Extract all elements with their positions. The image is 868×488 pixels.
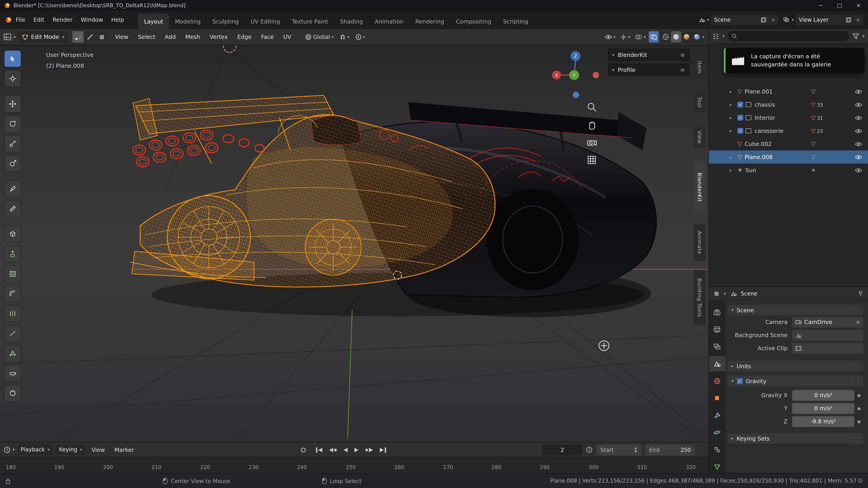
tool-annotate[interactable] (4, 181, 21, 197)
expand-icon[interactable]: ▸ (730, 168, 737, 173)
filter-funnel-icon[interactable] (853, 33, 859, 39)
outliner-row-plane008-selected[interactable]: ▸ ▽ Plane.008 ▽ (709, 151, 868, 164)
jump-to-end-button[interactable] (380, 447, 386, 453)
menu-window[interactable]: Window (76, 14, 107, 25)
menu-file[interactable]: File (12, 14, 29, 25)
collection-checkbox[interactable]: ✓ (737, 115, 743, 121)
shading-material-button[interactable] (682, 31, 692, 42)
tool-scale[interactable] (4, 135, 21, 152)
gravity-z-field[interactable]: -9.8 m/s² (792, 416, 855, 427)
screenshot-saved-toast[interactable]: La capture d'écran a été sauvegardée dan… (724, 48, 864, 73)
outliner-row-carosserie[interactable]: ▸ ✓ carosserie ▽23 (709, 124, 868, 137)
expand-icon[interactable]: ▸ (730, 89, 737, 94)
timeline-menu-view[interactable]: View (88, 445, 108, 455)
tab-constraint-properties[interactable] (709, 442, 725, 457)
expand-icon[interactable]: ▸ (730, 155, 737, 160)
tab-object-properties[interactable] (709, 390, 725, 406)
keying-sets-panel-header[interactable]: ▸ Keying Sets ⋮⋮ (728, 433, 864, 444)
workspace-tab-shading[interactable]: Shading (334, 13, 369, 29)
viewport-menu-face[interactable]: Face (257, 32, 278, 42)
tool-measure[interactable] (4, 201, 21, 217)
prev-keyframe-button[interactable] (329, 448, 337, 452)
expand-icon[interactable]: ▸ (730, 102, 737, 107)
collection-checkbox[interactable]: ✓ (737, 102, 743, 107)
tab-view-layer-properties[interactable] (709, 339, 725, 354)
hide-eye-icon[interactable] (855, 89, 862, 94)
timeline-ruler[interactable]: 180 190 200 210 220 230 240 250 260 270 … (0, 457, 708, 473)
view-layer-field[interactable]: View Layer × (796, 14, 864, 25)
minimize-button[interactable]: ─ (811, 0, 830, 11)
expand-icon[interactable]: ▸ (730, 128, 737, 133)
tool-add-cube[interactable] (4, 226, 21, 242)
object-name[interactable]: Sun (745, 167, 756, 173)
frame-start-field[interactable]: Start 1 (596, 445, 642, 455)
tab-world-properties[interactable] (709, 373, 725, 389)
object-name[interactable]: Plane.001 (745, 88, 773, 95)
outliner-editor-caret[interactable]: ▾ (722, 34, 724, 38)
workspace-tab-sculpting[interactable]: Sculpting (207, 13, 245, 29)
editor-type-properties-icon[interactable] (713, 290, 720, 297)
tab-output-properties[interactable] (709, 322, 725, 337)
hide-eye-icon[interactable] (855, 154, 862, 160)
sidebar-tab-building-tools[interactable]: Building Tools (693, 270, 706, 325)
close-button[interactable]: × (849, 0, 868, 11)
view-layer-icon[interactable] (783, 17, 790, 23)
sidebar-tab-animate[interactable]: Animate (693, 224, 706, 261)
object-visibility-dropdown[interactable]: ▾ (603, 31, 617, 42)
outliner-search-input[interactable] (727, 31, 850, 41)
profile-panel-header[interactable]: ▸ Profile ≡ (608, 64, 689, 75)
shading-rendered-button[interactable] (692, 31, 702, 42)
viewport-menu-add[interactable]: Add (161, 32, 179, 42)
object-name[interactable]: Cube.002 (745, 140, 772, 147)
tab-modifier-properties[interactable] (709, 408, 725, 423)
scene-panel-header[interactable]: ▾ Scene ⋮⋮ (728, 304, 864, 315)
object-name[interactable]: Plane.008 (745, 154, 773, 160)
workspace-tab-rendering[interactable]: Rendering (409, 13, 450, 29)
animate-dot-icon[interactable]: ● (855, 393, 864, 397)
workspace-tab-uv-editing[interactable]: UV Editing (245, 13, 286, 29)
panel-grip-icon[interactable]: ⋮⋮ (851, 307, 860, 313)
camera-view-icon[interactable] (585, 135, 598, 149)
snap-caret[interactable]: ▾ (347, 35, 349, 39)
shading-wireframe-button[interactable] (661, 31, 671, 42)
workspace-tab-compositing[interactable]: Compositing (450, 13, 497, 29)
viewport-menu-uv[interactable]: UV (280, 32, 295, 42)
tool-inset-faces[interactable] (4, 266, 21, 282)
animate-dot-icon[interactable]: ● (855, 419, 864, 424)
panel-grip-icon[interactable]: ⋮⋮ (851, 379, 860, 383)
properties-editor-caret[interactable]: ▾ (724, 291, 726, 296)
overlays-dropdown[interactable]: ▾ (633, 31, 648, 42)
hide-eye-icon[interactable] (855, 141, 862, 147)
edge-select-mode-button[interactable] (84, 31, 96, 42)
xray-toggle-button[interactable] (649, 31, 659, 42)
menu-edit[interactable]: Edit (29, 14, 49, 25)
tool-knife[interactable] (4, 325, 21, 341)
hide-eye-icon[interactable] (855, 167, 862, 173)
editor-type-timeline-icon[interactable] (4, 446, 10, 453)
tool-spin[interactable] (4, 365, 21, 381)
editor-type-caret[interactable]: ▾ (13, 35, 16, 39)
frame-end-field[interactable]: End 250 (645, 445, 695, 455)
pin-icon[interactable] (858, 291, 864, 296)
pan-hand-icon[interactable] (585, 118, 598, 131)
outliner-row-plane001[interactable]: ▸ ▽ Plane.001 ▽ (709, 85, 868, 98)
tool-loop-cut[interactable] (4, 305, 21, 322)
new-scene-icon[interactable] (761, 17, 767, 22)
transform-orientation-dropdown[interactable]: Global ▾ (304, 31, 336, 42)
camera-field[interactable]: CamDrive × (792, 317, 864, 327)
tool-rotate[interactable] (4, 116, 21, 132)
blender-menu-logo-icon[interactable] (4, 17, 12, 23)
tab-physics-properties[interactable] (709, 425, 725, 440)
mode-select-dropdown[interactable]: Edit Mode ▾ (18, 31, 68, 43)
editor-type-outliner-icon[interactable] (712, 33, 719, 39)
snap-toggle[interactable]: ▾ (338, 31, 351, 42)
tool-transform[interactable] (4, 156, 21, 172)
gravity-x-field[interactable]: 0 m/s² (792, 390, 855, 400)
workspace-tab-layout[interactable]: Layout (138, 13, 169, 29)
play-reverse-button[interactable] (344, 448, 348, 452)
animate-dot-icon[interactable]: ● (855, 406, 864, 411)
unlink-scene-icon[interactable]: × (771, 17, 776, 23)
shading-solid-button[interactable] (671, 31, 682, 42)
tool-cursor[interactable] (4, 70, 21, 87)
scene-icon[interactable] (699, 17, 705, 23)
